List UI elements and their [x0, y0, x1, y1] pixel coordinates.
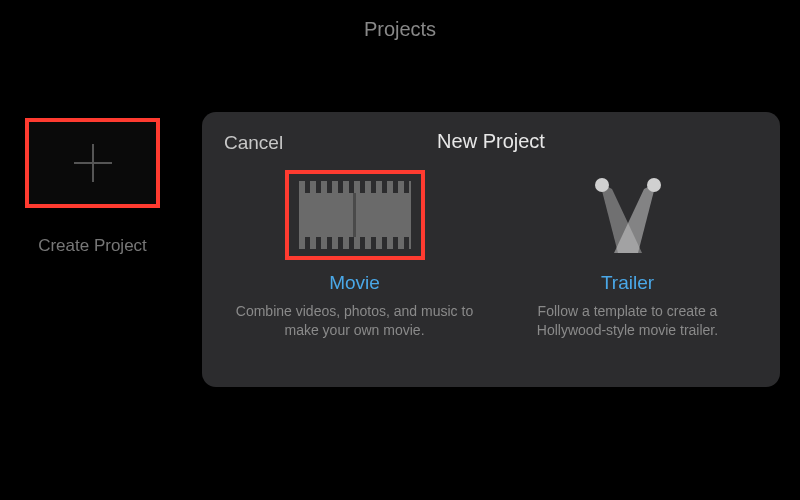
movie-option-description: Combine videos, photos, and music to mak… — [235, 302, 475, 340]
trailer-option-label: Trailer — [601, 272, 654, 294]
create-project-label: Create Project — [15, 236, 170, 256]
spotlights-icon — [572, 175, 684, 255]
movie-option-label: Movie — [329, 272, 380, 294]
trailer-option[interactable]: Trailer Follow a template to create a Ho… — [501, 170, 754, 340]
modal-title: New Project — [224, 130, 758, 153]
svg-point-5 — [647, 178, 661, 192]
svg-point-4 — [595, 178, 609, 192]
trailer-option-description: Follow a template to create a Hollywood-… — [508, 302, 748, 340]
plus-icon — [68, 138, 118, 188]
movie-icon-wrap — [285, 170, 425, 260]
new-project-modal: Cancel New Project Movie Combine videos,… — [202, 112, 780, 387]
filmstrip-icon — [299, 181, 411, 249]
page-title: Projects — [0, 18, 800, 41]
create-project-tile[interactable]: Create Project — [15, 118, 170, 256]
trailer-icon-wrap — [558, 170, 698, 260]
create-project-plus[interactable] — [25, 118, 160, 208]
movie-option[interactable]: Movie Combine videos, photos, and music … — [228, 170, 481, 340]
